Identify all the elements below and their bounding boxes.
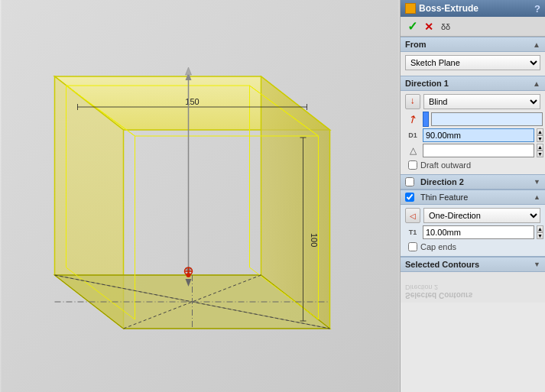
direction1-section-content: ↑ Blind Through All Up To Next Up To Ver…	[401, 91, 545, 174]
thin-thickness-input[interactable]	[423, 225, 534, 239]
panel-title-text: Boss-Extrude	[419, 3, 534, 14]
thin-type-row: ◁ One-Direction Mid-Plane Two-Direction	[405, 208, 540, 223]
direction1-type-row: ↑ Blind Through All Up To Next Up To Ver…	[405, 94, 540, 109]
direction1-label: Direction 1	[405, 79, 449, 88]
thin-feature-expand-icon: ▲	[534, 193, 540, 201]
svg-text:100: 100	[310, 233, 319, 247]
selected-contours-expand-icon: ▼	[534, 261, 540, 268]
direction1-distance-input[interactable]	[423, 128, 534, 142]
angle-triangle-icon: △	[410, 145, 417, 156]
thin-feature-section-header[interactable]: Thin Feature ▲	[401, 190, 545, 205]
angle-up-btn[interactable]: ▲	[537, 144, 543, 151]
distance-spinner: ▲ ▼	[537, 128, 543, 142]
d1-text: D1	[408, 131, 417, 139]
thickness-spinner: ▲ ▼	[537, 225, 543, 239]
angle-down-btn[interactable]: ▼	[537, 151, 543, 157]
panel-title-bar: Boss-Extrude ?	[401, 0, 545, 17]
from-section-content: Sketch Plane	[401, 52, 545, 76]
direction1-angle-row: △ ▲ ▼	[405, 144, 540, 157]
t1-text: T1	[409, 228, 417, 236]
cad-viewport[interactable]: 150 100	[0, 0, 400, 392]
thickness-up-btn[interactable]: ▲	[537, 225, 543, 232]
distance-up-btn[interactable]: ▲	[537, 128, 543, 135]
angle-label-icon: △	[405, 144, 420, 157]
direction1-distance-row: D1 ▲ ▼	[405, 128, 540, 142]
direction1-preview-input[interactable]	[431, 112, 543, 126]
ok-button[interactable]: ✓	[405, 20, 419, 34]
direction2-checkbox[interactable]	[405, 177, 414, 186]
selected-contours-label: Selected Contours	[405, 260, 479, 269]
options-button[interactable]: δδ	[439, 20, 453, 34]
thin-type-icon: ◁	[410, 212, 416, 220]
angle-spinner: ▲ ▼	[537, 144, 543, 157]
flip-direction-icon-btn[interactable]: ↗	[405, 112, 420, 127]
direction2-section-header[interactable]: Direction 2 ▼	[401, 174, 545, 190]
direction2-expand-icon: ▼	[534, 178, 540, 186]
thin-icon-btn[interactable]: ◁	[405, 208, 420, 223]
color-preview-block	[423, 112, 429, 127]
from-collapse-icon: ▲	[533, 40, 540, 49]
sketch-plane-select[interactable]: Sketch Plane	[405, 55, 540, 70]
cancel-button[interactable]: ✕	[422, 20, 436, 34]
help-button[interactable]: ?	[534, 3, 540, 15]
from-section-header[interactable]: From ▲	[401, 37, 545, 52]
direction1-angle-input[interactable]	[423, 144, 534, 157]
cad-canvas: 150 100	[0, 0, 400, 392]
draft-outward-checkbox[interactable]	[408, 160, 417, 170]
thin-type-select[interactable]: One-Direction Mid-Plane Two-Direction	[423, 208, 540, 223]
draft-outward-label: Draft outward	[420, 160, 471, 170]
draft-outward-row: Draft outward	[405, 159, 540, 171]
direction1-section-header[interactable]: Direction 1 ▲	[401, 76, 545, 91]
thickness-down-btn[interactable]: ▼	[537, 232, 543, 239]
reverse-direction-icon: ↑	[410, 96, 415, 107]
t1-label-icon: T1	[405, 226, 420, 238]
reflection-area: Selected Contours Direction 2	[401, 272, 545, 303]
sketch-plane-row: Sketch Plane	[405, 55, 540, 70]
svg-point-29	[187, 273, 191, 277]
d1-label-icon: D1	[405, 129, 420, 141]
thin-thickness-row: T1 ▲ ▼	[405, 225, 540, 239]
cap-ends-checkbox[interactable]	[408, 242, 417, 251]
direction1-icon-btn[interactable]: ↑	[405, 94, 420, 109]
thin-feature-section-content: ◁ One-Direction Mid-Plane Two-Direction …	[401, 205, 545, 257]
distance-down-btn[interactable]: ▼	[537, 135, 543, 142]
svg-text:150: 150	[185, 97, 199, 106]
direction2-label: Direction 2	[420, 177, 464, 186]
cap-ends-label: Cap ends	[420, 242, 456, 251]
direction1-type-select[interactable]: Blind Through All Up To Next Up To Verte…	[423, 94, 540, 109]
from-label: From	[405, 40, 427, 49]
selected-contours-section-header[interactable]: Selected Contours ▼	[401, 257, 545, 272]
cap-ends-row: Cap ends	[405, 241, 540, 253]
thin-feature-label: Thin Feature	[420, 193, 468, 202]
thin-feature-checkbox[interactable]	[405, 193, 414, 202]
panel-toolbar: ✓ ✕ δδ	[401, 17, 545, 37]
red-arrow-icon: ↗	[406, 112, 420, 127]
direction1-arrow-row: ↗	[405, 112, 540, 127]
properties-panel: Boss-Extrude ? ✓ ✕ δδ From ▲ Sketch Plan…	[400, 0, 545, 392]
panel-scroll-area: From ▲ Sketch Plane Direction 1 ▲ ↑	[401, 37, 545, 392]
direction1-collapse-icon: ▲	[533, 79, 540, 88]
panel-icon	[405, 3, 416, 14]
